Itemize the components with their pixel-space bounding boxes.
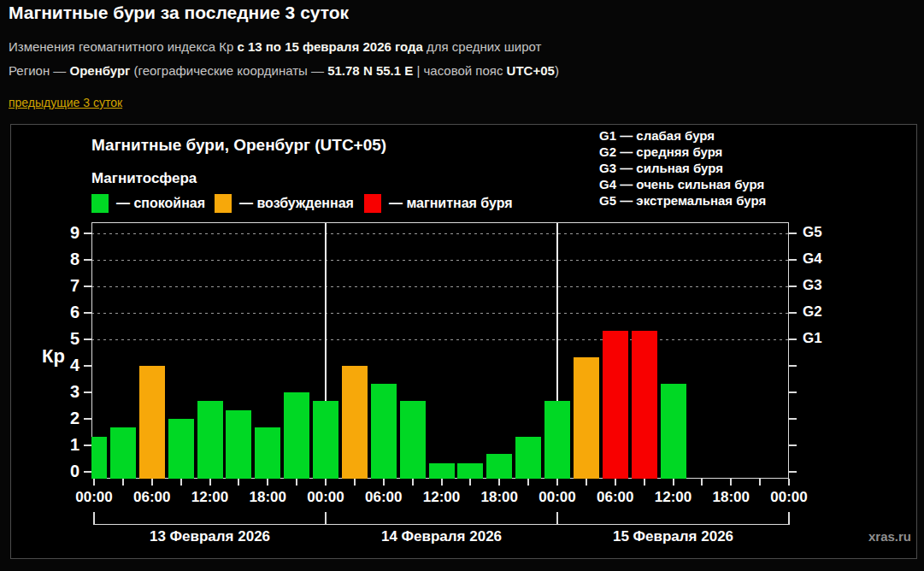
g-scale-legend: G1 — слабая буря G2 — средняя буря G3 — …: [599, 127, 766, 209]
g5-legend-line: G5 — экстремальная буря: [599, 192, 766, 209]
y-tick-label: 9: [40, 223, 79, 243]
time-tick-label: 06:00: [355, 489, 413, 506]
y-tick-label: 2: [40, 409, 79, 428]
region-mid2: | часовой пояс: [413, 63, 506, 78]
y-tick-left: [84, 418, 91, 420]
y-tick-label: 7: [40, 276, 79, 296]
y-tick-right: [789, 471, 797, 473]
kp-bar: [91, 437, 107, 479]
time-tick-label: 00:00: [65, 489, 123, 506]
day-label: 13 Февраля 2026: [99, 528, 321, 545]
y-tick-left: [84, 286, 91, 287]
g-axis-label-g3: G3: [803, 277, 822, 294]
region-coords: 51.78 N 55.1 E: [327, 63, 413, 78]
kp-bar: [632, 331, 657, 479]
g3-legend-line: G3 — сильная буря: [599, 160, 766, 176]
time-tick-label: 12:00: [644, 489, 703, 506]
kp-bar: [457, 463, 483, 479]
day-bracket-tick: [325, 512, 327, 525]
kp-bar: [371, 384, 397, 479]
region-post: ): [555, 63, 559, 78]
kp-bar: [226, 410, 251, 479]
y-tick-right: [789, 418, 797, 420]
time-tick-label: 00:00: [760, 489, 818, 506]
kp-bar: [139, 366, 165, 479]
kp-bar: [197, 401, 223, 479]
legend-label-storm: — магнитная буря: [389, 196, 513, 211]
g-axis-label-g1: G1: [803, 330, 822, 347]
kp-bar: [400, 401, 426, 479]
time-tick-label: 00:00: [528, 489, 586, 506]
region-pre: Регион —: [9, 63, 70, 78]
kp-bar: [544, 401, 570, 479]
y-tick-right: [789, 444, 797, 446]
y-tick-right: [789, 259, 797, 261]
y-tick-label: 6: [40, 303, 79, 322]
day-bracket-tick: [93, 512, 95, 525]
region-name: Оренбург: [70, 63, 131, 78]
kp-bar: [486, 454, 512, 479]
kp-bar: [429, 463, 455, 479]
region-line: Регион — Оренбург (географические коорди…: [9, 63, 559, 78]
y-tick-right: [789, 391, 797, 393]
kp-bar: [515, 437, 541, 479]
y-tick-label: 3: [40, 382, 79, 402]
excited-swatch-icon: [215, 194, 232, 213]
y-tick-label: 5: [40, 329, 79, 349]
legend-item-excited: — возбужденная: [215, 193, 354, 214]
time-tick-label: 18:00: [470, 489, 528, 506]
y-tick-left: [84, 259, 91, 261]
y-tick-left: [84, 444, 91, 446]
y-tick-label: 8: [40, 250, 79, 269]
kp-bar: [313, 401, 338, 479]
kp-bar: [661, 384, 686, 479]
kp-bar: [342, 366, 368, 479]
y-tick-left: [84, 365, 91, 367]
y-tick-left: [84, 471, 91, 473]
plot-area: G1G2G3G4G50123456789: [91, 222, 789, 479]
subtitle-pre: Изменения геомагнитного индекса Кр: [9, 39, 237, 54]
legend-label-excited: — возбужденная: [239, 196, 354, 211]
subtitle-post: для средних широт: [423, 39, 542, 54]
kp-bar: [110, 427, 136, 479]
y-tick-left: [84, 338, 91, 340]
time-tick-label: 06:00: [586, 489, 644, 506]
kp-bar: [255, 427, 280, 479]
chart-panel: Магнитные бури, Оренбург (UTC+05) Магнит…: [10, 124, 917, 559]
time-tick-label: 00:00: [297, 489, 355, 506]
kp-bar: [168, 419, 194, 479]
xras-ru-link[interactable]: xras.ru: [868, 529, 911, 544]
g-axis-label-g4: G4: [803, 250, 822, 268]
time-tick-label: 06:00: [123, 489, 181, 506]
time-tick-label: 12:00: [181, 489, 239, 506]
previous-3-days-link[interactable]: предыдущие 3 суток: [9, 96, 122, 109]
kp-bar: [284, 392, 309, 479]
g2-legend-line: G2 — средняя буря: [599, 144, 766, 160]
quiet-swatch-icon: [91, 194, 109, 213]
day-label: 15 Февраля 2026: [562, 528, 785, 545]
x-axis-labels: 00:0006:0012:0018:0000:0006:0012:0018:00…: [91, 479, 789, 558]
region-timezone: UTC+05: [507, 63, 555, 78]
g4-legend-line: G4 — очень сильная буря: [599, 176, 766, 192]
subtitle: Изменения геомагнитного индекса Кр с 13 …: [9, 39, 541, 54]
magnetosphere-label: Магнитосфера: [91, 170, 197, 187]
day-bracket-line: [94, 524, 789, 525]
legend-label-quiet: — спокойная: [116, 196, 205, 211]
g1-legend-line: G1 — слабая буря: [599, 127, 766, 144]
y-tick-right: [789, 233, 797, 234]
kp-bar: [574, 357, 599, 479]
storm-swatch-icon: [364, 194, 381, 213]
time-tick-label: 18:00: [702, 489, 760, 506]
day-bracket-tick: [788, 512, 790, 525]
g-axis-label-g5: G5: [803, 224, 822, 241]
time-tick-label: 18:00: [238, 489, 297, 506]
legend-item-storm: — магнитная буря: [364, 193, 513, 214]
subtitle-dates: с 13 по 15 февраля 2026 года: [237, 39, 422, 54]
legend-item-quiet: — спокойная: [91, 193, 205, 214]
y-tick-right: [789, 365, 797, 367]
day-bracket-tick: [556, 512, 558, 525]
time-tick-label: 12:00: [413, 489, 471, 506]
y-tick-left: [84, 312, 91, 314]
y-tick-label: 0: [40, 462, 79, 481]
chart-title: Магнитные бури, Оренбург (UTC+05): [91, 136, 386, 155]
